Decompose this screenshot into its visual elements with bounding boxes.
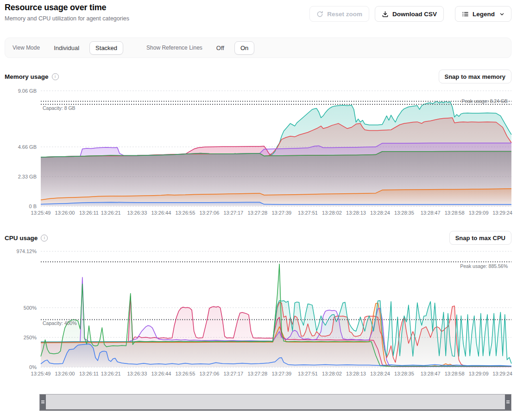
svg-text:13:28:24: 13:28:24 <box>370 371 390 376</box>
svg-text:13:29:09: 13:29:09 <box>469 210 489 216</box>
svg-text:13:26:33: 13:26:33 <box>127 371 147 376</box>
svg-text:13:27:39: 13:27:39 <box>271 210 291 216</box>
info-icon[interactable]: i <box>41 235 48 242</box>
svg-text:250%: 250% <box>24 335 37 340</box>
reference-lines-label: Show Reference Lines <box>146 45 202 51</box>
svg-text:Peak usage: 8.24 GB: Peak usage: 8.24 GB <box>461 98 508 104</box>
header-text: Resource usage over time Memory and CPU … <box>5 3 129 22</box>
reference-lines-off-button[interactable]: Off <box>211 42 230 54</box>
info-icon[interactable]: i <box>52 73 59 80</box>
svg-text:500%: 500% <box>24 305 37 311</box>
svg-text:13:27:06: 13:27:06 <box>199 371 219 376</box>
svg-text:13:28:24: 13:28:24 <box>370 210 390 216</box>
svg-text:4.66 GB: 4.66 GB <box>18 144 37 150</box>
view-mode-stacked-button[interactable]: Stacked <box>89 41 123 55</box>
legend-label: Legend <box>473 11 495 18</box>
memory-section-header: Memory usage i Snap to max memory <box>5 69 511 84</box>
svg-text:13:28:58: 13:28:58 <box>445 210 465 216</box>
svg-text:13:27:39: 13:27:39 <box>271 371 291 376</box>
svg-text:13:26:55: 13:26:55 <box>175 210 195 216</box>
svg-text:13:28:47: 13:28:47 <box>421 210 441 216</box>
svg-text:13:26:00: 13:26:00 <box>55 371 75 376</box>
memory-chart[interactable]: 9.06 GB4.66 GB2.33 GB0 B13:25:4913:26:00… <box>0 86 517 223</box>
reference-lines-on-button[interactable]: On <box>234 41 254 55</box>
svg-text:13:28:35: 13:28:35 <box>394 371 414 376</box>
svg-text:13:28:35: 13:28:35 <box>394 210 414 216</box>
svg-text:0%: 0% <box>29 364 37 370</box>
svg-text:13:26:11: 13:26:11 <box>79 371 99 376</box>
svg-text:13:27:17: 13:27:17 <box>223 210 243 216</box>
svg-text:13:25:49: 13:25:49 <box>31 210 51 216</box>
download-csv-label: Download CSV <box>392 11 437 18</box>
header-actions: Reset zoom Download CSV Legend <box>309 3 511 22</box>
svg-text:13:28:13: 13:28:13 <box>346 210 366 216</box>
scrollbar-left-handle[interactable] <box>40 395 46 409</box>
svg-text:Capacity: 8 GB: Capacity: 8 GB <box>43 105 76 111</box>
cpu-section-title: CPU usage i <box>5 235 48 242</box>
view-mode-individual-button[interactable]: Individual <box>48 42 85 54</box>
svg-text:13:26:00: 13:26:00 <box>55 210 75 216</box>
reset-zoom-label: Reset zoom <box>327 11 362 18</box>
svg-text:13:26:21: 13:26:21 <box>101 371 121 376</box>
svg-text:13:26:33: 13:26:33 <box>127 210 147 216</box>
snap-max-memory-button[interactable]: Snap to max memory <box>439 70 512 83</box>
memory-section-title: Memory usage i <box>5 73 59 80</box>
svg-text:13:28:02: 13:28:02 <box>322 371 342 376</box>
svg-text:13:26:55: 13:26:55 <box>175 371 195 376</box>
snap-max-cpu-button[interactable]: Snap to max CPU <box>449 231 511 245</box>
page-subtitle: Memory and CPU utilization for agent cat… <box>5 15 129 22</box>
svg-text:974.12%: 974.12% <box>17 248 37 254</box>
svg-text:13:25:49: 13:25:49 <box>31 371 51 376</box>
resource-usage-page: Resource usage over time Memory and CPU … <box>0 0 517 420</box>
svg-text:13:27:28: 13:27:28 <box>247 371 267 376</box>
legend-list-icon <box>462 11 469 18</box>
svg-text:13:26:21: 13:26:21 <box>101 210 121 216</box>
memory-title-text: Memory usage <box>5 73 49 80</box>
svg-text:13:28:47: 13:28:47 <box>421 371 441 376</box>
svg-text:13:27:06: 13:27:06 <box>199 210 219 216</box>
svg-text:13:26:11: 13:26:11 <box>79 210 99 216</box>
view-mode-label: View Mode <box>13 45 40 51</box>
cpu-chart[interactable]: 974.12%500%250%0%13:25:4913:26:0013:26:1… <box>0 247 517 382</box>
reset-zoom-button[interactable]: Reset zoom <box>309 6 369 22</box>
reset-icon <box>316 11 323 18</box>
svg-text:13:29:09: 13:29:09 <box>469 371 489 376</box>
download-csv-button[interactable]: Download CSV <box>375 6 444 22</box>
page-title: Resource usage over time <box>5 3 129 13</box>
svg-text:13:26:44: 13:26:44 <box>151 371 171 376</box>
cpu-section-header: CPU usage i Snap to max CPU <box>5 230 511 246</box>
svg-text:13:27:17: 13:27:17 <box>223 371 243 376</box>
svg-text:13:29:24: 13:29:24 <box>492 210 512 216</box>
svg-text:2.33 GB: 2.33 GB <box>18 174 37 179</box>
cpu-title-text: CPU usage <box>5 235 38 242</box>
svg-text:9.06 GB: 9.06 GB <box>18 88 37 94</box>
time-range-scrollbar[interactable] <box>39 394 511 411</box>
scrollbar-right-handle[interactable] <box>505 395 511 409</box>
svg-text:13:27:51: 13:27:51 <box>298 210 318 216</box>
svg-text:13:28:58: 13:28:58 <box>445 371 465 376</box>
svg-text:Peak usage: 885.56%: Peak usage: 885.56% <box>460 263 508 269</box>
svg-text:13:29:24: 13:29:24 <box>492 371 512 376</box>
svg-text:13:28:13: 13:28:13 <box>346 371 366 376</box>
svg-text:13:28:02: 13:28:02 <box>322 210 342 216</box>
download-icon <box>382 11 389 18</box>
svg-text:13:27:51: 13:27:51 <box>298 371 318 376</box>
svg-text:Capacity: 400%: Capacity: 400% <box>43 320 77 326</box>
view-toolbar: View Mode Individual Stacked Show Refere… <box>5 38 511 58</box>
page-header: Resource usage over time Memory and CPU … <box>5 3 511 22</box>
chevron-down-icon <box>499 12 504 17</box>
svg-text:0 B: 0 B <box>29 204 37 209</box>
svg-text:13:26:44: 13:26:44 <box>151 210 171 216</box>
legend-button[interactable]: Legend <box>455 6 511 22</box>
svg-text:13:27:28: 13:27:28 <box>247 210 267 216</box>
